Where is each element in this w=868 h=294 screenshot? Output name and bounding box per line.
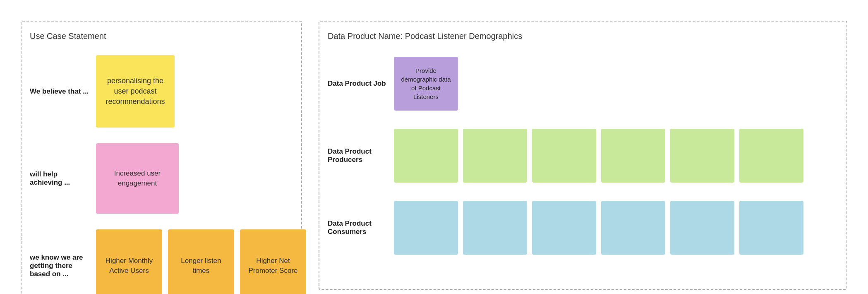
use-case-row-3: we know we are getting there based on ..… — [30, 225, 293, 294]
dp-card-consumer-2 — [463, 201, 527, 255]
use-case-row-2: will help achieving ... Increased user e… — [30, 139, 293, 218]
use-case-row-1: We believe that ... personalising the us… — [30, 51, 293, 132]
dp-row-job: Data Product Job Provide demographic dat… — [328, 51, 838, 116]
dp-cards-producers — [394, 123, 838, 188]
dp-card-producer-3 — [532, 129, 596, 183]
dp-card-producer-6 — [739, 129, 803, 183]
dp-card-producer-2 — [463, 129, 527, 183]
row-label-getting: we know we are getting there based on ..… — [30, 225, 96, 294]
row-cards-achieving: Increased user engagement — [96, 139, 293, 218]
dp-cards-consumers — [394, 195, 838, 260]
card-engagement: Increased user engagement — [96, 143, 179, 214]
row-cards-believe: personalising the user podcast recommend… — [96, 51, 293, 132]
dp-card-producer-4 — [601, 129, 665, 183]
use-case-title: Use Case Statement — [30, 31, 293, 41]
dp-card-consumer-4 — [601, 201, 665, 255]
data-product-panel: Data Product Name: Podcast Listener Demo… — [319, 21, 847, 290]
dp-label-job: Data Product Job — [328, 51, 394, 116]
data-product-title: Data Product Name: Podcast Listener Demo… — [328, 31, 838, 41]
dp-card-consumer-1 — [394, 201, 458, 255]
row-cards-metrics: Higher Monthly Active Users Longer liste… — [96, 225, 306, 294]
dp-card-job-description: Provide demographic data of Podcast List… — [394, 57, 458, 111]
use-case-panel: Use Case Statement We believe that ... p… — [21, 21, 302, 294]
page-container: Use Case Statement We believe that ... p… — [8, 8, 860, 294]
card-nps: Higher Net Promoter Score — [240, 229, 306, 294]
dp-label-consumers: Data Product Consumers — [328, 195, 394, 260]
dp-card-consumer-3 — [532, 201, 596, 255]
dp-cards-job: Provide demographic data of Podcast List… — [394, 51, 838, 116]
row-label-achieving: will help achieving ... — [30, 139, 96, 218]
card-listen-times: Longer listen times — [168, 229, 234, 294]
dp-label-producers: Data Product Producers — [328, 123, 394, 188]
card-personalising: personalising the user podcast recommend… — [96, 55, 175, 128]
dp-row-producers: Data Product Producers — [328, 123, 838, 188]
dp-card-producer-1 — [394, 129, 458, 183]
dp-card-consumer-5 — [670, 201, 734, 255]
dp-card-consumer-6 — [739, 201, 803, 255]
dp-row-consumers: Data Product Consumers — [328, 195, 838, 260]
dp-card-producer-5 — [670, 129, 734, 183]
row-label-believe: We believe that ... — [30, 51, 96, 132]
card-mau: Higher Monthly Active Users — [96, 229, 162, 294]
